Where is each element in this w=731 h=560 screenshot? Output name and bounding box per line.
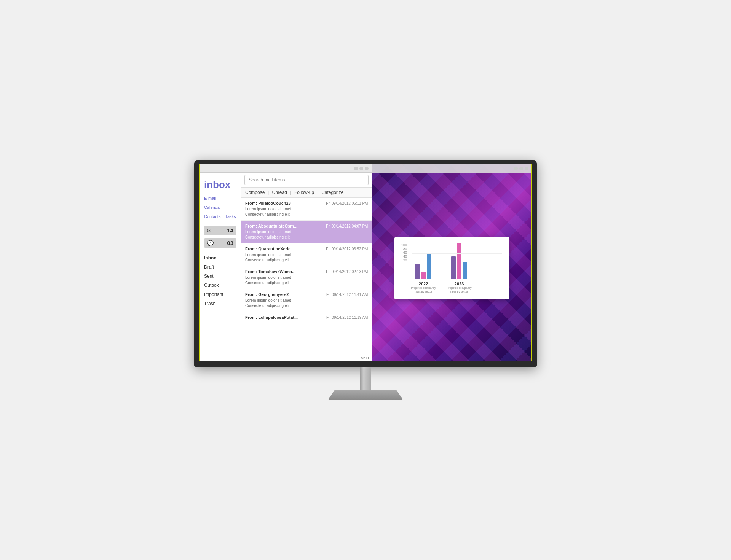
maximize-btn[interactable] bbox=[359, 167, 363, 170]
window-chrome-chart bbox=[372, 164, 531, 173]
nav-draft[interactable]: Draft bbox=[204, 264, 236, 270]
monitor-stand-base bbox=[327, 390, 404, 400]
mail-from: From: QuarantineXeric bbox=[245, 247, 290, 251]
mail-item-header: From: AbsquatulateOsm... Fri 09/14/2012 … bbox=[245, 224, 368, 228]
app-title: inbox bbox=[204, 179, 236, 191]
mail-item-selected[interactable]: From: AbsquatulateOsm... Fri 09/14/2012 … bbox=[241, 221, 372, 243]
nav-trash[interactable]: Trash bbox=[204, 301, 236, 306]
mail-date: Fri 09/14/2012 11:19 AM bbox=[326, 315, 368, 320]
mail-count: 14 bbox=[227, 227, 233, 234]
mail-item[interactable]: From: LollapaloosaPotat... Fri 09/14/201… bbox=[241, 312, 372, 324]
mail-from: From: LollapaloosaPotat... bbox=[245, 315, 298, 320]
mail-item[interactable]: From: QuarantineXeric Fri 09/14/2012 03:… bbox=[241, 243, 372, 266]
mail-date: Fri 09/14/2012 11:41 AM bbox=[326, 293, 368, 297]
mail-item-header: From: Georgiemyers2 Fri 09/14/2012 11:41… bbox=[245, 292, 368, 297]
categorize-button[interactable]: Categorize bbox=[321, 190, 343, 195]
bar-group-sublabel-2022: Projected occupancy rates by sector bbox=[410, 286, 437, 293]
mail-from: From: PillalooCouch23 bbox=[245, 201, 291, 205]
close-btn-right[interactable] bbox=[525, 167, 528, 170]
nav-sent[interactable]: Sent bbox=[204, 274, 236, 279]
mail-list-panel: Compose | Unread | Follow-up | Categoriz… bbox=[241, 173, 372, 361]
mail-preview: Lorem ipsum dolor sit amet Consectetur a… bbox=[245, 275, 368, 286]
mail-preview: Lorem ipsum dolor sit amet Consectetur a… bbox=[245, 207, 368, 217]
minimize-btn[interactable] bbox=[354, 167, 358, 170]
nav-tabs: E-mail Calendar Contacts Tasks bbox=[204, 196, 236, 219]
bar-group-sublabel-2023: Projected occupancy rates by sector bbox=[446, 286, 472, 293]
monitor: inbox E-mail Calendar Contacts Tasks ✉ 1… bbox=[194, 160, 537, 400]
mail-item-header: From: TomahawkWoma... Fri 09/14/2012 02:… bbox=[245, 269, 368, 274]
toolbar: Compose | Unread | Follow-up | Categoriz… bbox=[241, 188, 372, 198]
y-axis: 100 80 60 40 20 bbox=[401, 243, 409, 262]
chart-panel: 100 80 60 40 20 bbox=[372, 164, 531, 361]
tab-contacts[interactable]: Contacts bbox=[204, 214, 220, 219]
followup-button[interactable]: Follow-up bbox=[294, 190, 314, 195]
mail-date: Fri 09/14/2012 02:13 PM bbox=[326, 270, 368, 274]
mail-from: From: TomahawkWoma... bbox=[245, 269, 295, 274]
minimize-btn-right[interactable] bbox=[514, 167, 518, 170]
mail-date: Fri 09/14/2012 05:11 PM bbox=[326, 201, 368, 205]
sep3: | bbox=[317, 190, 318, 195]
mail-from: From: Georgiemyers2 bbox=[245, 292, 289, 297]
message-count: 03 bbox=[227, 240, 233, 246]
mail-item-header: From: LollapaloosaPotat... Fri 09/14/201… bbox=[245, 315, 368, 320]
nav-links: Inbox Draft Sent Outbox Important Trash bbox=[204, 255, 236, 306]
email-content: inbox E-mail Calendar Contacts Tasks ✉ 1… bbox=[200, 173, 372, 361]
sep2: | bbox=[290, 190, 291, 195]
mail-item[interactable]: From: PillalooCouch23 Fri 09/14/2012 05:… bbox=[241, 198, 372, 221]
screen: inbox E-mail Calendar Contacts Tasks ✉ 1… bbox=[199, 164, 532, 361]
mail-item[interactable]: From: TomahawkWoma... Fri 09/14/2012 02:… bbox=[241, 266, 372, 289]
sep1: | bbox=[268, 190, 269, 195]
message-badge: 💬 03 bbox=[204, 238, 236, 248]
mail-preview: Lorem ipsum dolor sit amet Consectetur a… bbox=[245, 298, 368, 309]
message-icon: 💬 bbox=[207, 240, 214, 246]
nav-inbox[interactable]: Inbox bbox=[204, 255, 236, 261]
maximize-btn-right[interactable] bbox=[519, 167, 523, 170]
mail-item[interactable]: From: Georgiemyers2 Fri 09/14/2012 11:41… bbox=[241, 289, 372, 312]
compose-button[interactable]: Compose bbox=[245, 190, 265, 195]
search-bar bbox=[241, 173, 372, 188]
tab-calendar[interactable]: Calendar bbox=[204, 205, 221, 210]
tab-email[interactable]: E-mail bbox=[204, 196, 216, 200]
mail-from: From: AbsquatulateOsm... bbox=[245, 224, 297, 228]
sidebar: inbox E-mail Calendar Contacts Tasks ✉ 1… bbox=[200, 173, 241, 361]
unread-button[interactable]: Unread bbox=[272, 190, 287, 195]
email-panel: inbox E-mail Calendar Contacts Tasks ✉ 1… bbox=[200, 164, 372, 361]
dell-logo: DELL bbox=[361, 356, 370, 360]
monitor-stand-neck bbox=[360, 367, 371, 390]
mail-preview: Lorem ipsum dolor sit amet Consectetur a… bbox=[245, 229, 368, 240]
chart-container: 100 80 60 40 20 bbox=[394, 237, 509, 299]
tab-tasks[interactable]: Tasks bbox=[225, 214, 236, 219]
mail-item-header: From: QuarantineXeric Fri 09/14/2012 03:… bbox=[245, 247, 368, 251]
mail-preview: Lorem ipsum dolor sit amet Consectetur a… bbox=[245, 252, 368, 263]
search-input[interactable] bbox=[244, 175, 369, 185]
mail-items: From: PillalooCouch23 Fri 09/14/2012 05:… bbox=[241, 198, 372, 361]
mail-date: Fri 09/14/2012 03:52 PM bbox=[326, 247, 368, 251]
mail-date: Fri 09/14/2012 04:07 PM bbox=[326, 224, 368, 228]
nav-outbox[interactable]: Outbox bbox=[204, 283, 236, 288]
nav-important[interactable]: Important bbox=[204, 292, 236, 297]
mail-badge: ✉ 14 bbox=[204, 226, 236, 235]
sidebar-badges: ✉ 14 💬 03 bbox=[204, 226, 236, 248]
mail-item-header: From: PillalooCouch23 Fri 09/14/2012 05:… bbox=[245, 201, 368, 205]
close-btn[interactable] bbox=[365, 167, 369, 170]
window-chrome-email bbox=[200, 164, 372, 173]
monitor-bezel: inbox E-mail Calendar Contacts Tasks ✉ 1… bbox=[194, 160, 537, 367]
mail-icon: ✉ bbox=[207, 228, 212, 234]
